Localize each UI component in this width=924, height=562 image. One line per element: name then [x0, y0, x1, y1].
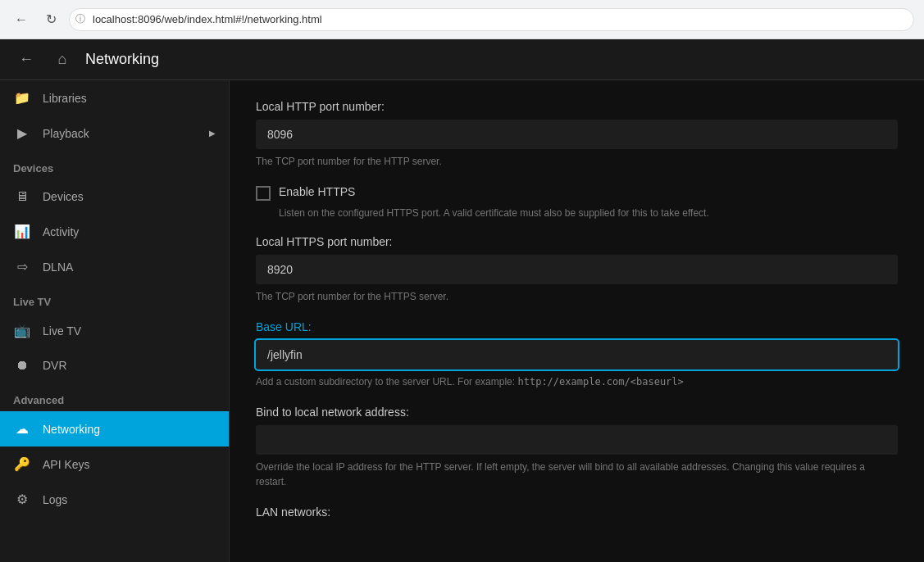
sidebar-label-devices: Devices: [43, 190, 84, 203]
bind-address-hint: Override the local IP address for the HT…: [256, 460, 898, 489]
sidebar-item-apikeys[interactable]: 🔑 API Keys: [0, 446, 229, 482]
dvr-icon: ⏺: [13, 358, 31, 373]
app-home-button[interactable]: ⌂: [49, 47, 75, 73]
cloud-icon: ☁: [13, 421, 31, 437]
base-url-group: Base URL: Add a custom subdirectory to t…: [256, 320, 898, 389]
app-header: ← ⌂ Networking: [0, 39, 924, 80]
sidebar-section-livetv: Live TV: [0, 284, 229, 313]
http-port-group: Local HTTP port number: The TCP port num…: [256, 100, 898, 169]
monitor-icon: 🖥: [13, 189, 31, 204]
sidebar-item-libraries[interactable]: 📁 Libraries: [0, 80, 229, 116]
http-port-hint: The TCP port number for the HTTP server.: [256, 154, 898, 169]
enable-https-sublabel: Listen on the configured HTTPS port. A v…: [279, 207, 898, 219]
sidebar-label-dlna: DLNA: [43, 261, 73, 274]
bind-address-group: Bind to local network address: Override …: [256, 406, 898, 489]
base-url-hint: Add a custom subdirectory to the server …: [256, 374, 898, 389]
page-title: Networking: [85, 51, 159, 68]
main-content: Local HTTP port number: The TCP port num…: [230, 80, 924, 562]
folder-icon: 📁: [13, 90, 31, 106]
dlna-icon: ⇨: [13, 259, 31, 274]
sidebar-item-dlna[interactable]: ⇨ DLNA: [0, 249, 229, 284]
enable-https-label: Enable HTTPS: [279, 185, 355, 198]
sidebar-item-activity[interactable]: 📊 Activity: [0, 214, 229, 249]
tv-icon: 📺: [13, 323, 31, 338]
sidebar-label-livetv: Live TV: [43, 324, 81, 338]
sidebar-section-devices: Devices: [0, 151, 229, 179]
key-icon: 🔑: [13, 456, 31, 472]
browser-refresh-button[interactable]: ↻: [39, 8, 62, 31]
address-wrapper: ⓘ: [69, 8, 914, 31]
sidebar-label-logs: Logs: [43, 493, 67, 506]
sidebar-item-devices[interactable]: 🖥 Devices: [0, 179, 229, 214]
app-back-button[interactable]: ←: [13, 47, 39, 73]
https-port-label: Local HTTPS port number:: [256, 235, 898, 248]
sidebar-section-advanced: Advanced: [0, 383, 229, 411]
sidebar-label-libraries: Libraries: [43, 92, 87, 105]
play-icon: ▶: [13, 125, 31, 141]
gear-icon: ⚙: [13, 492, 31, 507]
security-icon: ⓘ: [75, 12, 85, 26]
sidebar-label-dvr: DVR: [43, 359, 67, 372]
sidebar-label-activity: Activity: [43, 225, 79, 238]
sidebar: 📁 Libraries ▶ Playback ▶ Devices 🖥 Devic…: [0, 80, 230, 562]
sidebar-item-logs[interactable]: ⚙ Logs: [0, 482, 229, 517]
base-url-label: Base URL:: [256, 320, 898, 333]
enable-https-group: Enable HTTPS Listen on the configured HT…: [256, 185, 898, 219]
sidebar-item-livetv[interactable]: 📺 Live TV: [0, 313, 229, 348]
browser-bar: ← ↻ ⓘ: [0, 0, 924, 39]
lan-networks-label: LAN networks:: [256, 505, 898, 519]
activity-icon: 📊: [13, 224, 31, 239]
sidebar-item-networking[interactable]: ☁ Networking: [0, 411, 229, 446]
http-port-input[interactable]: [256, 120, 898, 149]
sidebar-label-apikeys: API Keys: [43, 458, 90, 471]
lan-networks-group: LAN networks:: [256, 505, 898, 519]
address-bar[interactable]: [69, 8, 914, 31]
bind-address-label: Bind to local network address:: [256, 406, 898, 419]
app-container: ← ⌂ Networking 📁 Libraries ▶ Playback ▶ …: [0, 39, 924, 562]
sidebar-item-playback[interactable]: ▶ Playback ▶: [0, 116, 229, 151]
sidebar-label-networking: Networking: [43, 423, 100, 436]
bind-address-input[interactable]: [256, 425, 898, 455]
enable-https-row: Enable HTTPS: [256, 185, 898, 201]
sidebar-item-dvr[interactable]: ⏺ DVR: [0, 348, 229, 383]
https-port-input[interactable]: [256, 255, 898, 284]
https-port-group: Local HTTPS port number: The TCP port nu…: [256, 235, 898, 304]
http-port-label: Local HTTP port number:: [256, 100, 898, 113]
enable-https-checkbox[interactable]: [256, 186, 271, 201]
chevron-right-icon: ▶: [209, 129, 216, 138]
sidebar-label-playback: Playback: [43, 127, 89, 140]
browser-back-button[interactable]: ←: [10, 8, 33, 31]
app-body: 📁 Libraries ▶ Playback ▶ Devices 🖥 Devic…: [0, 80, 924, 562]
base-url-input[interactable]: [256, 340, 898, 369]
https-port-hint: The TCP port number for the HTTPS server…: [256, 289, 898, 304]
